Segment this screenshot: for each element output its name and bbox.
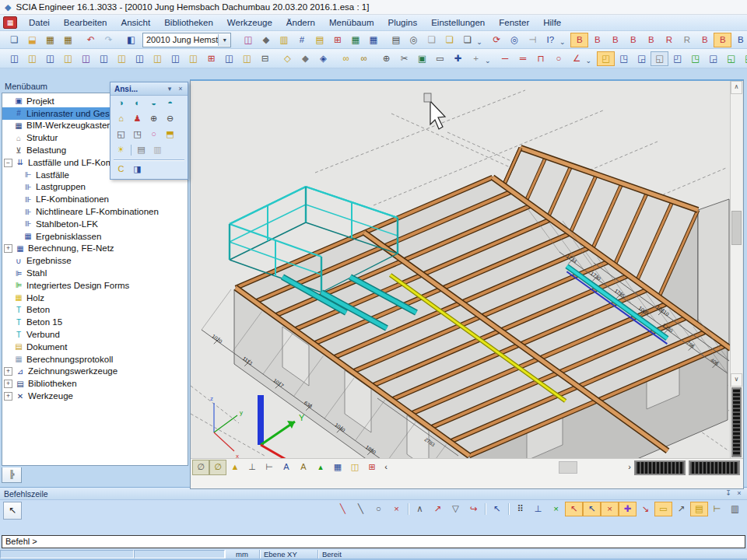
- print-data-icon[interactable]: ▤: [133, 143, 149, 157]
- tree-item-dokument[interactable]: ▤ Dokument: [2, 341, 188, 353]
- menu-item[interactable]: Ansicht: [114, 15, 157, 30]
- document-window-icon[interactable]: ▦: [3, 16, 17, 29]
- menu-item[interactable]: Datei: [22, 15, 57, 30]
- tree-expander-icon[interactable]: [13, 233, 20, 240]
- snap-ortho-icon[interactable]: ⊥: [529, 502, 547, 516]
- menu-item[interactable]: Hilfe: [536, 15, 568, 30]
- snap-edge-icon[interactable]: ↗: [672, 502, 690, 516]
- snap-plane-icon[interactable]: ▽: [447, 502, 465, 516]
- tree-expander-icon[interactable]: +: [4, 392, 12, 401]
- snap-polygon-center-icon[interactable]: ▭: [654, 502, 672, 516]
- tree-expander-icon[interactable]: [4, 295, 11, 302]
- snap-ruler-icon[interactable]: ▤: [690, 502, 708, 516]
- filter-icon[interactable]: ⊞: [202, 51, 220, 66]
- tree-item-berechnungsprotokoll[interactable]: ▦ Berechnungsprotokoll: [2, 353, 188, 366]
- measure-icon[interactable]: ⊣: [524, 33, 542, 47]
- snap-angle-icon[interactable]: ∧: [411, 502, 429, 516]
- clipboard-c-icon[interactable]: C: [113, 163, 129, 177]
- snap-grid-icon[interactable]: ⠿: [511, 502, 529, 516]
- save-icon[interactable]: ▦: [41, 33, 59, 47]
- snap-tangent-icon[interactable]: ↘: [637, 502, 654, 516]
- shading-icon[interactable]: ◆: [296, 51, 314, 66]
- tree-expander-icon[interactable]: [13, 172, 20, 179]
- print-preview-icon[interactable]: ◎: [405, 33, 423, 47]
- command-input[interactable]: Befehl >: [2, 535, 745, 548]
- view-setting-9-icon[interactable]: ◰: [740, 51, 747, 66]
- view-x-icon[interactable]: ◑: [113, 96, 129, 110]
- redo-icon[interactable]: ↷: [100, 33, 117, 47]
- tree-expander-icon[interactable]: −: [4, 159, 12, 167]
- document-gray-icon[interactable]: ❏: [423, 33, 440, 47]
- supports-display-icon[interactable]: ⊥: [244, 460, 261, 475]
- load-groups-icon[interactable]: B: [588, 33, 606, 47]
- load-move-icon[interactable]: R: [660, 33, 678, 47]
- tree-item-holz[interactable]: ▦ Holz: [2, 292, 188, 304]
- store-view-icon[interactable]: ⬒: [162, 128, 178, 142]
- tree-item-ergebnisklassen[interactable]: ▦ Ergebnisklassen: [2, 230, 188, 243]
- zoom-origin-icon[interactable]: ⌂: [113, 112, 129, 126]
- node-labels-icon[interactable]: A: [278, 460, 295, 475]
- surface-display-icon[interactable]: ▴: [312, 460, 329, 475]
- snap-midpoint-icon[interactable]: ×: [547, 502, 565, 516]
- activity-layer-icon[interactable]: ◫: [5, 51, 23, 66]
- tree-item-beton[interactable]: T Beton: [2, 304, 188, 317]
- view-y-icon[interactable]: ◐: [129, 96, 146, 110]
- palette-header[interactable]: Ansi... ▾ ×: [110, 82, 188, 96]
- undo-icon[interactable]: ↶: [82, 33, 100, 47]
- tree-expander-icon[interactable]: [4, 344, 11, 351]
- snap-perpendicular-icon[interactable]: ✚: [619, 502, 637, 516]
- snap-intersection-icon[interactable]: ↖: [583, 502, 601, 516]
- table-results-icon[interactable]: ▦: [364, 33, 382, 47]
- render-mode-icon[interactable]: ▲: [226, 460, 244, 475]
- line-circle-icon[interactable]: ○: [550, 51, 568, 66]
- toolbar-overflow-button[interactable]: ⌄: [586, 52, 592, 65]
- loads-display-icon[interactable]: ⊢: [261, 460, 278, 475]
- load-delete-icon[interactable]: B: [696, 33, 714, 47]
- pin-icon[interactable]: ↧: [723, 488, 734, 499]
- view-setting-8-icon[interactable]: ◱: [722, 51, 740, 66]
- tree-item-verbund[interactable]: T Verbund: [2, 328, 188, 341]
- hide-slabs-icon[interactable]: ∅: [209, 460, 226, 475]
- model-display-icon[interactable]: ▦: [329, 460, 346, 475]
- view-setting-4-icon[interactable]: ◱: [651, 51, 668, 66]
- scroll-up-icon[interactable]: ∧: [731, 81, 742, 94]
- scroll-left-icon[interactable]: ‹: [381, 460, 391, 474]
- clip-cut-icon[interactable]: ✂: [395, 51, 413, 66]
- activity-clip-icon[interactable]: ◫: [77, 51, 95, 66]
- tree-expander-icon[interactable]: +: [4, 244, 12, 253]
- load-nonlinear-icon[interactable]: B: [624, 33, 642, 47]
- tree-expander-icon[interactable]: [4, 147, 11, 154]
- snap-curve-icon[interactable]: ↪: [465, 502, 482, 516]
- tree-item-lf-kombinationen[interactable]: ⊪ LF-Kombinationen: [2, 193, 188, 205]
- menu-item[interactable]: Ändern: [279, 15, 322, 30]
- material-library-icon[interactable]: ▥: [275, 33, 293, 47]
- snap-point-icon[interactable]: ×: [601, 502, 619, 516]
- tree-item-ergebnisse[interactable]: ∪ Ergebnisse: [2, 254, 188, 267]
- vertical-scroll-track[interactable]: [731, 94, 742, 373]
- zoom-all-icon[interactable]: ◳: [129, 128, 146, 142]
- view-setting-3-icon[interactable]: ◲: [633, 51, 651, 66]
- tree-item-beton-15[interactable]: T Beton 15: [2, 316, 188, 328]
- tree-expander-icon[interactable]: +: [4, 380, 12, 388]
- line-double-icon[interactable]: ═: [514, 51, 532, 66]
- tree-expander-icon[interactable]: [13, 184, 20, 191]
- selection-cursor-button[interactable]: ↖: [3, 502, 22, 520]
- snap-polyline-icon[interactable]: ╲: [352, 502, 370, 516]
- line-angle-icon[interactable]: ∠: [568, 51, 586, 66]
- dimension-line-icon[interactable]: I?: [542, 33, 559, 47]
- light-icon[interactable]: ☀: [113, 143, 129, 157]
- section-display-icon[interactable]: ⊞: [363, 460, 381, 475]
- close-icon[interactable]: ×: [734, 488, 745, 499]
- clipping-box-icon[interactable]: ▣: [413, 51, 431, 66]
- cursor-snap-settings-icon[interactable]: ↖: [488, 502, 506, 516]
- tree-item-integriertes-design[interactable]: ⊫ Integriertes Design Forms: [2, 279, 188, 292]
- vertical-scroll-thumb[interactable]: [731, 211, 742, 245]
- tree-expander-icon[interactable]: [4, 270, 11, 277]
- select-by-property-icon[interactable]: ◫: [149, 51, 167, 66]
- activity-selection-icon[interactable]: ◫: [23, 51, 41, 66]
- calculation-icon[interactable]: ⟳: [488, 33, 506, 47]
- menu-item[interactable]: Menübaum: [322, 15, 381, 30]
- viewport-canvas[interactable]: 1020111310176301040189021107811734173017…: [191, 81, 730, 458]
- tree-item-berechnung-fe-netz[interactable]: + ▦ Berechnung, FE-Netz: [2, 243, 188, 255]
- snap-direction-icon[interactable]: ↗: [429, 502, 447, 516]
